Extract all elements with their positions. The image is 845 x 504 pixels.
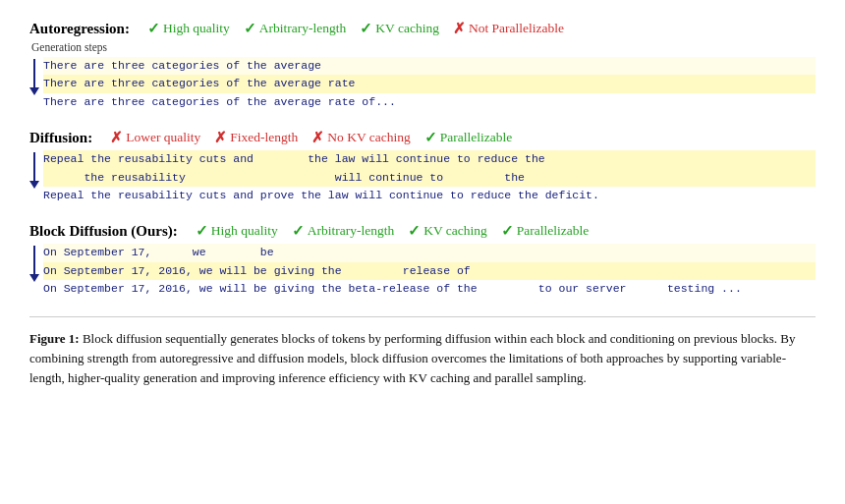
block-diffusion-header: Block Diffusion (Ours): ✓ High quality ✓… bbox=[29, 222, 816, 240]
badge-label-4: Not Parallelizable bbox=[469, 21, 564, 36]
cross-icon-4: ✗ bbox=[311, 129, 324, 146]
figure-caption: Figure 1: Block diffusion sequentially g… bbox=[29, 329, 816, 388]
bd-code-line-3: On September 17, 2016, we will be giving… bbox=[43, 280, 816, 298]
arrow-column-2 bbox=[29, 150, 39, 189]
diffusion-lines: Repeal the reusability cuts and the law … bbox=[43, 150, 816, 204]
cross-icon-3: ✗ bbox=[214, 129, 227, 146]
badge-not-parallelizable: ✗ Not Parallelizable bbox=[453, 20, 564, 37]
autoregression-code-block: There are three categories of the averag… bbox=[29, 57, 816, 111]
badge-label-12: Parallelizable bbox=[517, 223, 589, 239]
badge-label-8: Parallelizable bbox=[440, 130, 512, 145]
badge-label-11: KV caching bbox=[423, 223, 487, 239]
cross-icon-1: ✗ bbox=[453, 20, 466, 37]
arrow-head-3 bbox=[29, 274, 39, 282]
diff-code-line-3: Repeal the reusability cuts and prove th… bbox=[43, 187, 816, 204]
check-icon-3: ✓ bbox=[360, 20, 372, 37]
badge-no-kv-caching: ✗ No KV caching bbox=[311, 129, 410, 146]
badge-arbitrary-length-1: ✓ Arbitrary-length bbox=[244, 20, 346, 37]
bd-code-line-2: On September 17, 2016, we will be giving… bbox=[43, 262, 816, 280]
check-icon-4: ✓ bbox=[424, 129, 437, 146]
bd-code-line-1: On September 17, we be bbox=[43, 244, 816, 261]
badge-label-3: KV caching bbox=[375, 21, 439, 36]
caption-label: Figure 1: bbox=[29, 331, 80, 346]
autoregression-section: Autoregression: ✓ High quality ✓ Arbitra… bbox=[29, 20, 816, 111]
arrow-head-1 bbox=[29, 87, 39, 95]
badge-arbitrary-length-2: ✓ Arbitrary-length bbox=[292, 222, 394, 240]
caption-text: Block diffusion sequentially generates b… bbox=[29, 331, 796, 385]
diffusion-badges: ✗ Lower quality ✗ Fixed-length ✗ No KV c… bbox=[110, 129, 512, 146]
autoregression-header: Autoregression: ✓ High quality ✓ Arbitra… bbox=[29, 20, 816, 37]
check-icon-8: ✓ bbox=[501, 222, 514, 240]
arrow-column-1 bbox=[29, 57, 39, 95]
badge-label-7: No KV caching bbox=[327, 130, 410, 145]
diff-code-line-2: the reusability will continue to the bbox=[43, 169, 816, 187]
ar-code-line-3: There are three categories of the averag… bbox=[43, 93, 816, 111]
diffusion-header: Diffusion: ✗ Lower quality ✗ Fixed-lengt… bbox=[29, 129, 816, 146]
diffusion-section: Diffusion: ✗ Lower quality ✗ Fixed-lengt… bbox=[29, 129, 816, 204]
ar-code-line-2: There are three categories of the averag… bbox=[43, 75, 816, 92]
badge-kv-caching-1: ✓ KV caching bbox=[360, 20, 439, 37]
diffusion-code-block: Repeal the reusability cuts and the law … bbox=[29, 150, 816, 204]
arrow-line-3 bbox=[33, 246, 35, 275]
generation-steps-label: Generation steps bbox=[31, 41, 816, 53]
arrow-column-3 bbox=[29, 244, 39, 282]
arrow-line-1 bbox=[33, 59, 35, 88]
badge-label-2: Arbitrary-length bbox=[259, 21, 346, 36]
diffusion-title: Diffusion: bbox=[29, 130, 92, 146]
block-diffusion-lines: On September 17, we be On September 17, … bbox=[43, 244, 816, 298]
check-icon-7: ✓ bbox=[408, 222, 421, 240]
badge-label-5: Lower quality bbox=[126, 130, 200, 145]
badge-parallelizable-2: ✓ Parallelizable bbox=[501, 222, 589, 240]
badge-lower-quality: ✗ Lower quality bbox=[110, 129, 200, 146]
badge-label-6: Fixed-length bbox=[230, 130, 298, 145]
diff-code-line-1: Repeal the reusability cuts and the law … bbox=[43, 150, 816, 168]
arrow-line-2 bbox=[33, 152, 35, 182]
block-diffusion-title: Block Diffusion (Ours): bbox=[29, 223, 178, 240]
autoregression-title: Autoregression: bbox=[29, 21, 130, 37]
cross-icon-2: ✗ bbox=[110, 129, 123, 146]
badge-high-quality-2: ✓ High quality bbox=[196, 222, 278, 240]
block-diffusion-section: Block Diffusion (Ours): ✓ High quality ✓… bbox=[29, 222, 816, 298]
arrow-head-2 bbox=[29, 181, 39, 189]
badge-label-1: High quality bbox=[163, 21, 230, 36]
check-icon-5: ✓ bbox=[196, 222, 208, 240]
autoregression-badges: ✓ High quality ✓ Arbitrary-length ✓ KV c… bbox=[147, 20, 564, 37]
check-icon-6: ✓ bbox=[292, 222, 305, 240]
block-diffusion-badges: ✓ High quality ✓ Arbitrary-length ✓ KV c… bbox=[196, 222, 589, 240]
section-divider bbox=[29, 316, 816, 317]
badge-high-quality-1: ✓ High quality bbox=[147, 20, 230, 37]
badge-label-10: Arbitrary-length bbox=[308, 223, 394, 239]
badge-kv-caching-2: ✓ KV caching bbox=[408, 222, 487, 240]
ar-code-line-1: There are three categories of the averag… bbox=[43, 57, 816, 75]
check-icon-2: ✓ bbox=[244, 20, 256, 37]
block-diffusion-code-block: On September 17, we be On September 17, … bbox=[29, 244, 816, 298]
badge-label-9: High quality bbox=[211, 223, 278, 239]
check-icon-1: ✓ bbox=[147, 20, 160, 37]
autoregression-lines: There are three categories of the averag… bbox=[43, 57, 816, 111]
badge-parallelizable-1: ✓ Parallelizable bbox=[424, 129, 512, 146]
badge-fixed-length: ✗ Fixed-length bbox=[214, 129, 298, 146]
